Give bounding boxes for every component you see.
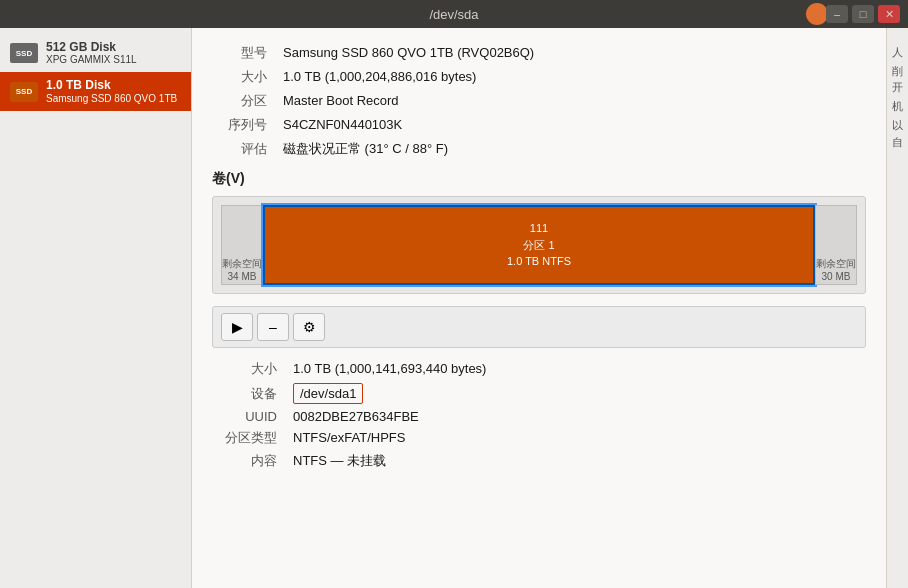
free-left-size: 34 MB (228, 271, 257, 282)
partition-type-row: 分区类型 NTFS/exFAT/HPFS (212, 429, 866, 447)
size-label: 大小 (212, 68, 267, 86)
size-row: 大小 1.0 TB (1,000,204,886,016 bytes) (212, 68, 866, 86)
device-row: 设备 /dev/sda1 (212, 383, 866, 404)
disk1-icon: SSD (10, 43, 38, 63)
sidebar: SSD 512 GB Disk XPG GAMMIX S11L SSD 1.0 … (0, 28, 192, 588)
top-bar: /dev/sda – □ ✕ (0, 0, 908, 28)
health-row: 评估 磁盘状况正常 (31° C / 88° F) (212, 140, 866, 158)
minus-button[interactable]: – (257, 313, 289, 341)
volumes-section-title: 卷(V) (212, 170, 866, 188)
avatar (806, 3, 828, 25)
partition-info-table: 大小 1.0 TB (1,000,141,693,440 bytes) 设备 /… (212, 360, 866, 470)
window-controls: – □ ✕ (826, 5, 900, 23)
minimize-button[interactable]: – (826, 5, 848, 23)
free-space-left: 剩余空间 34 MB (221, 205, 263, 285)
content-label: 内容 (212, 452, 277, 470)
sidebar-item-disk1[interactable]: SSD 512 GB Disk XPG GAMMIX S11L (0, 34, 191, 72)
free-space-right: 剩余空间 30 MB (815, 205, 857, 285)
disk2-model: Samsung SSD 860 QVO 1TB (46, 93, 177, 105)
partition-size-label: 大小 (212, 360, 277, 378)
device-label: 设备 (212, 385, 277, 403)
health-value: 磁盘状况正常 (31° C / 88° F) (283, 140, 448, 158)
far-right-sidebar: 人 削 开 机 以 自 (886, 28, 908, 588)
uuid-value: 0082DBE27B634FBE (293, 409, 419, 424)
free-right-size: 30 MB (822, 271, 851, 282)
partition-number: 111 (530, 220, 548, 237)
partition-size-value: 1.0 TB (1,000,141,693,440 bytes) (293, 361, 486, 376)
model-label: 型号 (212, 44, 267, 62)
main-layout: SSD 512 GB Disk XPG GAMMIX S11L SSD 1.0 … (0, 28, 908, 588)
content-row: 内容 NTFS — 未挂载 (212, 452, 866, 470)
partition-type-value: NTFS/exFAT/HPFS (293, 430, 405, 445)
serial-row: 序列号 S4CZNF0N440103K (212, 116, 866, 134)
disk1-info: 512 GB Disk XPG GAMMIX S11L (46, 40, 137, 66)
disk2-info: 1.0 TB Disk Samsung SSD 860 QVO 1TB (46, 78, 177, 104)
partition-label: 分区 (212, 92, 267, 110)
serial-label: 序列号 (212, 116, 267, 134)
maximize-button[interactable]: □ (852, 5, 874, 23)
gear-button[interactable]: ⚙ (293, 313, 325, 341)
partition-type-label: 分区类型 (212, 429, 277, 447)
disk1-size: 512 GB Disk (46, 40, 137, 54)
right-panel: 型号 Samsung SSD 860 QVO 1TB (RVQ02B6Q) 大小… (192, 28, 908, 588)
partition-part-label: 分区 1 (523, 237, 554, 254)
size-value: 1.0 TB (1,000,204,886,016 bytes) (283, 69, 476, 84)
window-title: /dev/sda (429, 7, 478, 22)
close-button[interactable]: ✕ (878, 5, 900, 23)
partition-map: 剩余空间 34 MB 111 分区 1 1.0 TB NTFS 剩余空间 30 … (221, 205, 857, 285)
play-button[interactable]: ▶ (221, 313, 253, 341)
content-value: NTFS — 未挂载 (293, 452, 386, 470)
partition-map-container: 剩余空间 34 MB 111 分区 1 1.0 TB NTFS 剩余空间 30 … (212, 196, 866, 294)
disk-info-table: 型号 Samsung SSD 860 QVO 1TB (RVQ02B6Q) 大小… (212, 44, 866, 158)
partition-row: 分区 Master Boot Record (212, 92, 866, 110)
uuid-label: UUID (212, 409, 277, 424)
health-label: 评估 (212, 140, 267, 158)
disk1-model: XPG GAMMIX S11L (46, 54, 137, 66)
free-right-label: 剩余空间 (816, 257, 856, 271)
disk2-icon: SSD (10, 82, 38, 102)
disk2-size: 1.0 TB Disk (46, 78, 177, 92)
uuid-row: UUID 0082DBE27B634FBE (212, 409, 866, 424)
partition-value: Master Boot Record (283, 93, 399, 108)
free-left-label: 剩余空间 (222, 257, 262, 271)
device-value: /dev/sda1 (293, 383, 363, 404)
content-area: 型号 Samsung SSD 860 QVO 1TB (RVQ02B6Q) 大小… (192, 28, 886, 588)
partition-size-label: 1.0 TB NTFS (507, 253, 571, 270)
model-value: Samsung SSD 860 QVO 1TB (RVQ02B6Q) (283, 45, 534, 60)
partition-size-row: 大小 1.0 TB (1,000,141,693,440 bytes) (212, 360, 866, 378)
partition-main[interactable]: 111 分区 1 1.0 TB NTFS (263, 205, 815, 285)
partition-toolbar: ▶ – ⚙ (212, 306, 866, 348)
serial-value: S4CZNF0N440103K (283, 117, 402, 132)
model-row: 型号 Samsung SSD 860 QVO 1TB (RVQ02B6Q) (212, 44, 866, 62)
sidebar-item-disk2[interactable]: SSD 1.0 TB Disk Samsung SSD 860 QVO 1TB (0, 72, 191, 110)
